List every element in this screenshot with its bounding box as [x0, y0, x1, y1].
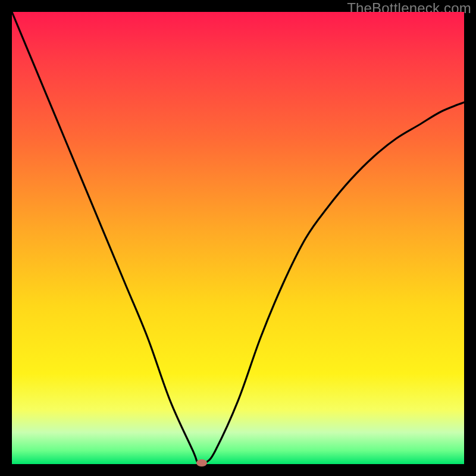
plot-area [12, 12, 464, 464]
curve-svg [12, 12, 464, 464]
bottleneck-curve [12, 12, 464, 464]
optimum-marker [196, 459, 207, 466]
chart-stage: TheBottleneck.com [0, 0, 476, 476]
